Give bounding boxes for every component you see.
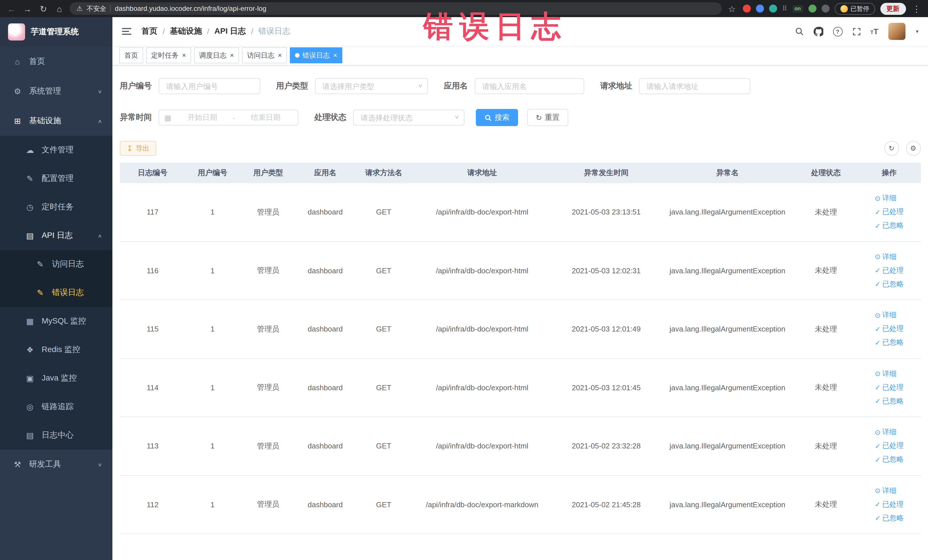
user-type-select-input[interactable] (315, 78, 428, 94)
mark-ignored-link[interactable]: ✓ 已忽略 (875, 338, 904, 348)
eye-icon: ⊙ (875, 371, 881, 377)
tab[interactable]: 访问日志 × (242, 47, 287, 63)
tab[interactable]: 错误日志 × (290, 47, 342, 63)
sidebar-item[interactable]: ❖ Redis 监控 (0, 336, 112, 364)
extension-red-icon[interactable] (743, 5, 751, 12)
tab[interactable]: 定时任务 × (146, 47, 191, 63)
github-icon[interactable] (814, 26, 823, 36)
sidebar-menu: ⌂ 首页 ⚙ 系统管理 ∨ ⊞ 基础设施 ∧ (0, 47, 112, 479)
close-icon[interactable]: × (182, 52, 186, 59)
font-size-icon[interactable]: TT (870, 27, 878, 35)
cell-method: GET (354, 500, 414, 509)
sidebar-item[interactable]: ◎ 链路追踪 (0, 392, 112, 421)
detail-link[interactable]: ⊙ 详细 (875, 252, 896, 262)
sidebar-item-label: 访问日志 (52, 259, 102, 269)
sidebar-item[interactable]: ⚙ 系统管理 ∨ (0, 76, 112, 106)
logo[interactable]: 芋道管理系统 (0, 17, 112, 47)
reload-icon[interactable]: ↻ (38, 4, 49, 13)
detail-link[interactable]: ⊙ 详细 (875, 311, 896, 320)
extension-paw-icon[interactable] (821, 5, 829, 12)
paused-badge[interactable]: 已暂停 (835, 3, 875, 15)
filter-row-1: 用户编号 用户类型 ∨ 应用名 请 (120, 78, 920, 94)
close-icon[interactable]: × (230, 52, 234, 59)
exception-time-range[interactable]: ▦ 开始日期 - 结束日期 (159, 110, 298, 125)
sidebar-item[interactable]: ✎ 访问日志 (0, 250, 112, 278)
mark-ignored-link[interactable]: ✓ 已忽略 (875, 397, 904, 406)
check-icon: ✓ (875, 339, 881, 346)
close-icon[interactable]: × (333, 52, 337, 59)
cell-user-type: 管理员 (240, 441, 297, 451)
mark-processed-link[interactable]: ✓ 已处理 (875, 266, 904, 276)
sidebar-item[interactable]: ▦ MySQL 监控 (0, 307, 112, 336)
sidebar-item[interactable]: ⊞ 基础设施 ∧ (0, 106, 112, 136)
sidebar-item[interactable]: ⚒ 研发工具 ∨ (0, 450, 112, 479)
cell-exception-name: java.lang.IllegalArgumentException (662, 325, 793, 334)
user-id-input[interactable] (159, 78, 260, 94)
refresh-table-button[interactable]: ↻ (884, 141, 899, 156)
search-icon[interactable] (795, 27, 804, 36)
breadcrumb-item[interactable]: 首页 / (142, 26, 170, 37)
mark-ignored-link[interactable]: ✓ 已忽略 (875, 455, 904, 465)
tab-label: 调度日志 (199, 50, 226, 60)
cell-user-id: 1 (185, 383, 240, 392)
process-status-select-input[interactable] (353, 110, 464, 125)
mark-processed-link[interactable]: ✓ 已处理 (875, 500, 904, 510)
breadcrumb-item[interactable]: 错误日志 (258, 26, 301, 37)
user-type-select[interactable]: ∨ (315, 78, 428, 94)
sidebar-item[interactable]: ▤ API 日志 ∧ (0, 221, 112, 250)
tab[interactable]: 调度日志 × (194, 47, 239, 63)
detail-link[interactable]: ⊙ 详细 (875, 428, 896, 437)
page: ← → ↻ ⌂ ⚠ 不安全 dashboard.yudao.iocoder.cn… (0, 0, 928, 560)
mark-processed-link[interactable]: ✓ 已处理 (875, 324, 904, 334)
breadcrumb-item[interactable]: API 日志 / (215, 26, 258, 37)
mark-processed-link[interactable]: ✓ 已处理 (875, 441, 904, 451)
process-status-select[interactable]: ∨ (353, 110, 464, 125)
cell-app-name: dashboard (297, 442, 354, 450)
request-url-input[interactable] (639, 78, 750, 94)
mark-ignored-link[interactable]: ✓ 已忽略 (875, 221, 904, 231)
sidebar-item[interactable]: ✎ 错误日志 (0, 278, 112, 307)
mark-ignored-link[interactable]: ✓ 已忽略 (875, 514, 904, 523)
breadcrumb-item[interactable]: 基础设施 / (170, 26, 215, 37)
detail-link[interactable]: ⊙ 详细 (875, 194, 896, 203)
url-bar[interactable]: ⚠ 不安全 dashboard.yudao.iocoder.cn/infra/l… (70, 2, 722, 15)
mark-ignored-link[interactable]: ✓ 已忽略 (875, 279, 904, 289)
eye-icon: ⊙ (875, 488, 881, 494)
extension-blue-icon[interactable] (756, 5, 764, 12)
sidebar-item[interactable]: ◷ 定时任务 (0, 193, 112, 221)
avatar[interactable] (888, 23, 905, 40)
kebab-menu-icon[interactable]: ⋮ (911, 4, 922, 13)
sidebar-item[interactable]: ▤ 日志中心 (0, 421, 112, 450)
extension-leaf-icon[interactable] (808, 5, 816, 12)
sidebar-item[interactable]: ⌂ 首页 (0, 47, 112, 76)
sidebar-item[interactable]: ✎ 配置管理 (0, 164, 112, 193)
extension-grid-icon[interactable]: ⠿ (782, 5, 787, 12)
cell-status: 未处理 (793, 324, 859, 334)
sidebar-item[interactable]: ☁ 文件管理 (0, 136, 112, 164)
caret-down-icon[interactable]: ▼ (915, 29, 919, 34)
table-header: 日志编号 用户编号 用户类型 应用名 请求方法名 请求地址 异常发生时间 (120, 163, 920, 183)
tab[interactable]: 首页 × (119, 47, 143, 63)
search-button[interactable]: 搜索 (476, 109, 518, 126)
extension-on-badge[interactable]: on (792, 5, 803, 12)
sidebar-item-icon: ◎ (25, 402, 35, 411)
forward-icon[interactable]: → (22, 4, 33, 13)
sidebar-item[interactable]: ▣ Java 监控 (0, 364, 112, 392)
mark-processed-link[interactable]: ✓ 已处理 (875, 383, 904, 392)
export-button[interactable]: ↧ 导出 (120, 141, 156, 156)
bookmark-star-icon[interactable]: ☆ (726, 4, 737, 13)
back-icon[interactable]: ← (6, 4, 17, 13)
home-icon[interactable]: ⌂ (53, 4, 65, 13)
detail-link[interactable]: ⊙ 详细 (875, 369, 896, 379)
fullscreen-icon[interactable] (852, 27, 861, 36)
column-settings-button[interactable]: ⚙ (906, 141, 920, 156)
app-name-input[interactable] (475, 78, 584, 94)
close-icon[interactable]: × (278, 52, 282, 59)
detail-link[interactable]: ⊙ 详细 (875, 486, 896, 496)
extension-vue-icon[interactable] (769, 5, 777, 12)
update-button[interactable]: 更新 (880, 3, 906, 15)
help-icon[interactable]: ? (833, 26, 843, 36)
reset-button[interactable]: ↻ 重置 (527, 109, 568, 126)
hamburger-icon[interactable] (121, 26, 132, 37)
mark-processed-link[interactable]: ✓ 已处理 (875, 208, 904, 217)
